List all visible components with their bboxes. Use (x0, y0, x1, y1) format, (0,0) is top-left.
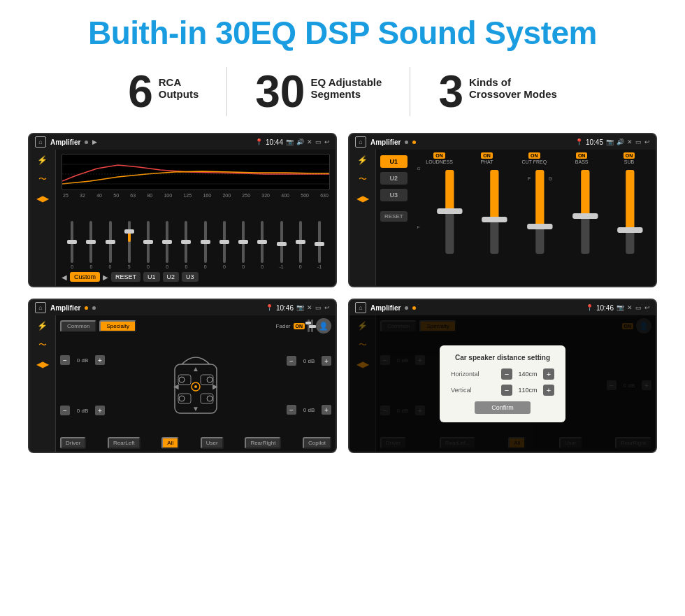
eq-slider-125[interactable]: 0 (196, 221, 215, 269)
freq-320: 320 (261, 193, 270, 198)
car-btn-driver[interactable]: Driver (60, 437, 86, 449)
car-speaker-dialog-home-icon[interactable]: ⌂ (355, 302, 366, 313)
eq-slider-100[interactable]: 0 (177, 221, 195, 269)
dialog-confirm-button[interactable]: Confirm (475, 401, 531, 414)
db-minus-right-bottom[interactable]: − (287, 405, 296, 415)
stat-eq-label: EQ Adjustable Segments (310, 69, 382, 100)
car-speaker-sidebar-icon1[interactable]: ⚡ (37, 321, 48, 331)
crossover-reset-btn[interactable]: RESET (380, 211, 408, 222)
db-plus-left-bottom[interactable]: + (95, 406, 105, 415)
db-value-left-top: 0 dB (72, 357, 93, 364)
scale-mid: F (417, 225, 426, 229)
crossover-u1-btn[interactable]: U1 (380, 155, 408, 168)
car-speaker-dialog-back-icon: ↩ (644, 304, 650, 311)
dialog-box: Car speaker distance setting Horizontal … (440, 345, 565, 422)
eq-slider-63[interactable]: 0 (139, 221, 157, 269)
dialog-horizontal-plus[interactable]: + (543, 368, 554, 380)
dialog-vertical-label: Vertical (451, 387, 472, 394)
crossover-location-icon: 📍 (575, 138, 583, 145)
car-btn-user[interactable]: User (201, 437, 224, 449)
crossover-status-left: ⌂ Amplifier (355, 136, 416, 148)
svg-text:G: G (549, 176, 552, 181)
ch-phat-name: PHAT (480, 159, 493, 164)
eq-slider-160[interactable]: 0 (215, 221, 233, 269)
car-speaker-home-icon[interactable]: ⌂ (35, 302, 46, 313)
fader-slider-2[interactable] (311, 320, 313, 332)
stat-rca-label-line1: RCA (159, 76, 199, 88)
crossover-status-right: 📍 10:45 📷 🔊 ✕ ▭ ↩ (575, 138, 650, 146)
home-icon[interactable]: ⌂ (35, 136, 46, 148)
eq-custom-btn[interactable]: Custom (70, 272, 100, 282)
eq-slider-25[interactable]: 0 (63, 221, 81, 269)
eq-prev-arrow[interactable]: ◀ (62, 273, 67, 281)
tab-common[interactable]: Common (60, 320, 96, 332)
svg-rect-50 (581, 170, 589, 219)
eq-slider-32[interactable]: 0 (82, 221, 100, 269)
crossover-sidebar-icon1[interactable]: ⚡ (357, 155, 368, 165)
crossover-u2-btn[interactable]: U2 (380, 172, 408, 185)
eq-slider-80[interactable]: 0 (158, 221, 176, 269)
eq-status-left: ⌂ Amplifier ▶ (35, 136, 97, 148)
eq-status-title: Amplifier (50, 138, 80, 146)
eq-reset-btn[interactable]: RESET (111, 272, 140, 282)
car-speaker-dialog-minimize-icon: ▭ (635, 304, 642, 311)
eq-slider-320[interactable]: -1 (272, 221, 290, 269)
eq-slider-200[interactable]: 0 (234, 221, 252, 269)
car-speaker-sidebar-icon3[interactable]: ◀▶ (36, 359, 49, 369)
crossover-scale-labels: G F (417, 166, 426, 283)
db-minus-left-top[interactable]: − (60, 355, 70, 365)
car-btn-rearleft[interactable]: RearLeft (108, 437, 140, 449)
svg-rect-30 (296, 240, 305, 244)
scale-top: G (417, 166, 426, 171)
eq-slider-250[interactable]: 0 (253, 221, 271, 269)
car-speaker-status-left: ⌂ Amplifier (35, 302, 96, 313)
dialog-vertical-minus[interactable]: − (501, 385, 512, 396)
eq-u1-btn[interactable]: U1 (143, 272, 160, 282)
crossover-sidebar-icon3[interactable]: ◀▶ (356, 194, 369, 203)
eq-slider-500[interactable]: -1 (310, 221, 329, 269)
eq-slider-40[interactable]: 0 (101, 221, 119, 269)
car-btn-all[interactable]: All (161, 437, 179, 449)
car-speaker-dialog-dot2 (412, 306, 416, 310)
car-speaker-status-title: Amplifier (50, 304, 80, 312)
car-diagram-center: ▲ ▼ ◀ ▶ (109, 336, 282, 434)
dialog-horizontal-control: − 140cm + (501, 368, 554, 380)
db-plus-right-top[interactable]: + (322, 356, 331, 366)
db-plus-left-top[interactable]: + (95, 355, 105, 365)
eq-sidebar-icon1[interactable]: ⚡ (37, 155, 48, 165)
db-value-left-bottom: 0 dB (72, 408, 93, 414)
bass-slider-svg: 3.0 90Hz (564, 166, 607, 257)
car-speaker-dialog-status-left: ⌂ Amplifier (355, 302, 416, 313)
eq-sidebar-icon2[interactable]: 〜 (38, 173, 47, 185)
crossover-u3-btn[interactable]: U3 (380, 189, 408, 201)
dialog-vertical-plus[interactable]: + (543, 385, 554, 396)
dialog-overlay: Car speaker distance setting Horizontal … (349, 315, 656, 452)
db-plus-right-bottom[interactable]: + (322, 405, 331, 415)
eq-u2-btn[interactable]: U2 (163, 272, 180, 282)
eq-next-arrow[interactable]: ▶ (103, 273, 108, 281)
car-speaker-sidebar-icon2[interactable]: 〜 (38, 339, 47, 351)
ch-bass: ON BASS (559, 152, 604, 164)
eq-slider-50[interactable]: 5 (120, 221, 138, 269)
stat-eq-label-line2: Segments (310, 88, 382, 100)
eq-sidebar-icon3[interactable]: ◀▶ (36, 194, 49, 203)
car-btn-rearright[interactable]: RearRight (245, 437, 281, 449)
eq-u3-btn[interactable]: U3 (182, 272, 199, 282)
car-diagram-svg: ▲ ▼ ◀ ▶ (161, 343, 231, 427)
user-icon[interactable]: 👤 (316, 318, 331, 334)
stat-rca: 6 RCA Outputs (100, 69, 226, 114)
db-minus-left-bottom[interactable]: − (60, 406, 70, 415)
eq-slider-400[interactable]: 0 (291, 221, 310, 269)
db-minus-right-top[interactable]: − (287, 356, 296, 366)
dialog-horizontal-minus[interactable]: − (501, 368, 512, 380)
dialog-vertical-row: Vertical − 110cm + (451, 385, 554, 396)
car-speaker-dialog-dot1 (405, 306, 408, 310)
phat-slider-svg: F (473, 166, 516, 257)
crossover-sidebar-icon2[interactable]: 〜 (359, 173, 367, 185)
car-btn-copilot[interactable]: Copilot (303, 437, 331, 449)
svg-point-72 (179, 396, 185, 401)
car-speaker-screen: ⌂ Amplifier 📍 10:46 📷 ✕ ▭ ↩ ⚡ 〜 (28, 299, 337, 453)
crossover-home-icon[interactable]: ⌂ (355, 136, 366, 148)
tab-specialty[interactable]: Specialty (99, 320, 136, 332)
svg-text:◀: ◀ (173, 382, 179, 390)
